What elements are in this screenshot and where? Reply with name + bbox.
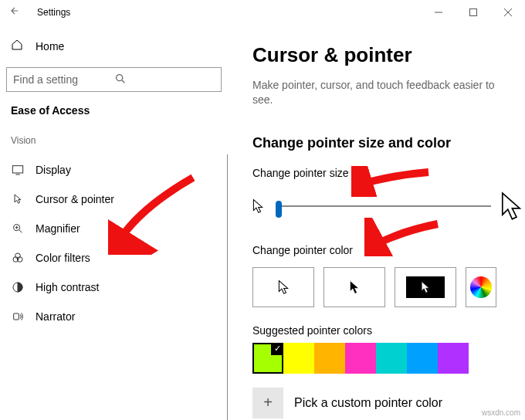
suggested-color-swatch[interactable]: ✓	[252, 343, 283, 374]
color-wheel-icon	[470, 276, 492, 298]
pointer-color-label: Change pointer color	[252, 244, 525, 256]
sidebar: Home Find a setting Ease of Access Visio…	[0, 25, 228, 420]
category-header: Ease of Access	[5, 104, 223, 135]
suggested-color-swatch[interactable]	[314, 343, 345, 374]
check-icon: ✓	[271, 343, 283, 355]
cursor-icon	[11, 193, 25, 205]
pointer-color-custom[interactable]	[466, 267, 496, 307]
sidebar-item-label: High contrast	[36, 281, 99, 293]
sidebar-item-narrator[interactable]: Narrator	[5, 302, 223, 331]
high-contrast-icon	[11, 281, 25, 293]
sidebar-item-label: Display	[36, 164, 71, 176]
svg-rect-2	[12, 166, 22, 173]
window-title: Settings	[37, 7, 70, 18]
pointer-color-black[interactable]	[323, 267, 385, 307]
content-pane: Cursor & pointer Make pointer, cursor, a…	[228, 25, 525, 420]
watermark: wsxdn.com	[482, 408, 520, 417]
add-custom-color-button[interactable]: +	[252, 388, 283, 418]
page-description: Make pointer, cursor, and touch feedback…	[252, 78, 525, 107]
suggested-color-swatch[interactable]	[407, 343, 438, 374]
maximize-button[interactable]	[456, 0, 490, 25]
pointer-color-inverted[interactable]	[395, 267, 456, 307]
sidebar-item-label: Narrator	[36, 310, 75, 323]
large-cursor-icon	[500, 190, 525, 222]
suggested-color-swatch[interactable]	[438, 343, 469, 374]
suggested-colors-label: Suggested pointer colors	[252, 324, 525, 337]
sidebar-item-cursor-pointer[interactable]: Cursor & pointer	[5, 185, 223, 214]
pointer-size-label: Change pointer size	[252, 167, 525, 179]
home-icon	[11, 39, 25, 53]
close-button[interactable]	[490, 0, 525, 25]
sidebar-item-display[interactable]: Display	[5, 155, 223, 185]
home-nav[interactable]: Home	[5, 32, 223, 59]
section-heading: Change pointer size and color	[252, 135, 525, 151]
color-filters-icon	[11, 252, 25, 264]
display-icon	[11, 164, 25, 175]
slider-track	[276, 205, 491, 207]
sidebar-item-magnifier[interactable]: Magnifier	[5, 214, 223, 243]
search-placeholder: Find a setting	[13, 73, 114, 86]
suggested-color-swatch[interactable]	[376, 343, 407, 374]
pointer-size-slider[interactable]	[276, 198, 491, 214]
titlebar: Settings	[0, 0, 525, 25]
sidebar-item-high-contrast[interactable]: High contrast	[5, 273, 223, 302]
minimize-button[interactable]	[421, 0, 456, 25]
small-cursor-icon	[252, 197, 266, 215]
page-title: Cursor & pointer	[252, 43, 525, 67]
sidebar-item-color-filters[interactable]: Color filters	[5, 243, 223, 273]
suggested-color-swatch[interactable]	[345, 343, 376, 374]
search-icon	[114, 73, 215, 87]
svg-point-1	[116, 74, 122, 80]
pointer-color-white[interactable]	[252, 267, 314, 307]
sidebar-item-label: Magnifier	[36, 222, 80, 235]
sidebar-item-label: Color filters	[36, 252, 90, 264]
back-icon[interactable]	[9, 5, 25, 19]
svg-rect-8	[14, 313, 19, 320]
sidebar-item-label: Cursor & pointer	[36, 193, 114, 205]
home-label: Home	[36, 40, 64, 52]
suggested-colors-row: ✓	[252, 343, 525, 374]
narrator-icon	[11, 310, 25, 323]
suggested-color-swatch[interactable]	[283, 343, 314, 374]
svg-rect-0	[469, 9, 476, 16]
slider-thumb[interactable]	[276, 201, 282, 218]
custom-color-label: Pick a custom pointer color	[294, 396, 442, 410]
group-label: Vision	[5, 135, 223, 155]
search-input[interactable]: Find a setting	[6, 67, 222, 92]
magnifier-icon	[11, 222, 25, 235]
